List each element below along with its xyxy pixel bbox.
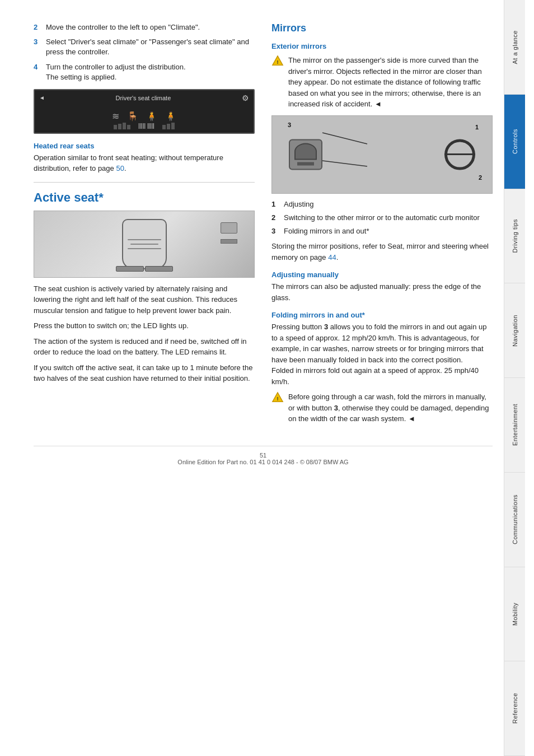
sidebar-item-navigation[interactable]: Navigation (504, 283, 525, 378)
mirrors-heading: Mirrors (271, 22, 493, 34)
storing-mirror-text: Storing the mirror positions, refer to S… (271, 241, 493, 263)
mirror-item-text-3: Folding mirrors in and out* (284, 226, 369, 236)
step-text-3: Select "Driver's seat climate" or "Passe… (46, 37, 255, 57)
heated-rear-seats-heading: Heated rear seats (34, 142, 255, 150)
sidebar-label-at-a-glance: At a glance (512, 30, 518, 64)
svg-line-1 (322, 133, 367, 144)
sidebar-label-entertainment: Entertainment (512, 404, 518, 446)
sidebar-item-reference[interactable]: Reference (504, 661, 525, 756)
folding-mirrors-text: Pressing button 3 allows you to fold the… (271, 321, 493, 387)
sidebar-item-communications[interactable]: Communications (504, 473, 525, 567)
step-text-2: Move the controller to the left to open … (46, 22, 255, 32)
mirror-label-2: 2 (479, 174, 482, 181)
svg-text:!: ! (277, 59, 278, 65)
warning-triangle-icon-2: ! (271, 391, 284, 404)
page-44-link[interactable]: 44 (328, 253, 336, 262)
mirror-label-3: 3 (288, 122, 291, 128)
steering-wheel-shape (444, 139, 475, 170)
display-label: Driver's seat climate (116, 95, 171, 101)
adjusting-manually-heading: Adjusting manually (271, 270, 493, 279)
mirror-button-shape (294, 143, 317, 160)
step-2: 2 Move the controller to the left to ope… (34, 22, 255, 32)
sidebar-label-communications: Communications (512, 494, 518, 544)
fan-icon: ≋ (112, 111, 119, 122)
seat-icon: 🪑 (127, 111, 138, 122)
sidebar-item-entertainment[interactable]: Entertainment (504, 378, 525, 473)
heated-rear-seats-text: Operation similar to front seat heating;… (34, 152, 255, 174)
folding-mirrors-warning: ! Before going through a car wash, fold … (271, 391, 493, 424)
page-50-link[interactable]: 50 (116, 164, 124, 172)
seat-outline-shape (122, 219, 167, 269)
active-seat-heading: Active seat* (34, 190, 255, 205)
adjusting-manually-text: The mirrors can also be adjusted manuall… (271, 281, 493, 303)
step-num-3: 3 (34, 37, 43, 57)
seat-button-control (221, 222, 237, 234)
mirror-button-slider (297, 162, 314, 166)
folding-mirrors-heading: Folding mirrors in and out* (271, 311, 493, 319)
active-seat-image (34, 211, 255, 278)
mirror-item-text-2: Switching to the other mirror or to the … (284, 213, 480, 223)
climate-bars (114, 123, 130, 129)
active-seat-para1: The seat cushion is actively varied by a… (34, 283, 255, 316)
svg-text:!: ! (277, 396, 278, 402)
seat-slider (221, 239, 237, 244)
warning-triangle-icon: ! (271, 55, 284, 67)
sidebar-item-at-a-glance[interactable]: At a glance (504, 0, 525, 95)
step-3: 3 Select "Driver's seat climate" or "Pas… (34, 37, 255, 57)
exterior-mirrors-warning-text: The mirror on the passenger's side is mo… (288, 55, 493, 110)
mirror-button-box (289, 139, 322, 170)
mirror-item-num-3: 3 (271, 226, 279, 236)
page-number: 51 (260, 452, 266, 459)
mirror-label-1: 1 (475, 124, 479, 130)
mirror-item-num-1: 1 (271, 199, 279, 209)
mirror-diagram-image: 3 1 2 (271, 115, 493, 194)
mirror-item-num-2: 2 (271, 213, 279, 223)
step-num-4: 4 (34, 62, 43, 82)
sidebar-item-mobility[interactable]: Mobility (504, 567, 525, 662)
sidebar-label-controls: Controls (512, 129, 518, 154)
active-seat-para2: Press the button to switch on; the LED l… (34, 320, 255, 332)
step-num-2: 2 (34, 22, 43, 32)
sidebar-label-reference: Reference (512, 693, 518, 724)
side-navigation: At a glance Controls Driving tips Naviga… (504, 0, 525, 756)
sidebar-item-driving-tips[interactable]: Driving tips (504, 189, 525, 284)
climate-display-image: ◄ Driver's seat climate ⚙ ≋ 🪑 🧍 🧍 (34, 89, 255, 134)
person2-icon: 🧍 (165, 111, 176, 122)
sidebar-label-navigation: Navigation (512, 315, 518, 347)
footer: 51 Online Edition for Part no. 01 41 0 0… (34, 446, 493, 465)
exterior-mirrors-warning: ! The mirror on the passenger's side is … (271, 55, 493, 110)
footer-text: Online Edition for Part no. 01 41 0 014 … (177, 459, 348, 465)
right-column: Mirrors Exterior mirrors ! The mirror on… (271, 22, 493, 429)
exterior-mirrors-heading: Exterior mirrors (271, 42, 493, 50)
mirror-numbered-list: 1 Adjusting 2 Switching to the other mir… (271, 199, 493, 237)
step-text-4: Turn the controller to adjust the distri… (46, 62, 255, 82)
mirror-item-2: 2 Switching to the other mirror or to th… (271, 213, 493, 223)
folding-mirrors-warning-text: Before going through a car wash, fold th… (288, 391, 493, 424)
sidebar-label-driving-tips: Driving tips (512, 219, 518, 253)
active-seat-para3: The action of the system is reduced and … (34, 336, 255, 358)
active-seat-para4: If you switch off the active seat, it ca… (34, 362, 255, 384)
person-icon: 🧍 (146, 111, 157, 122)
mirror-item-1: 1 Adjusting (271, 199, 493, 209)
left-column: 2 Move the controller to the left to ope… (34, 22, 255, 429)
mirror-item-3: 3 Folding mirrors in and out* (271, 226, 493, 236)
step-4: 4 Turn the controller to adjust the dist… (34, 62, 255, 82)
svg-line-2 (322, 161, 367, 166)
main-content: 2 Move the controller to the left to ope… (0, 0, 504, 756)
sidebar-label-mobility: Mobility (512, 603, 518, 626)
seat-bottom-controls (116, 266, 173, 272)
sidebar-item-controls[interactable]: Controls (504, 95, 525, 189)
heated-rear-seats-section: Heated rear seats Operation similar to f… (34, 142, 255, 174)
climate-bars2 (162, 123, 175, 129)
mirror-diagram-inner: 3 1 2 (272, 116, 492, 193)
mirror-item-text-1: Adjusting (284, 199, 313, 209)
